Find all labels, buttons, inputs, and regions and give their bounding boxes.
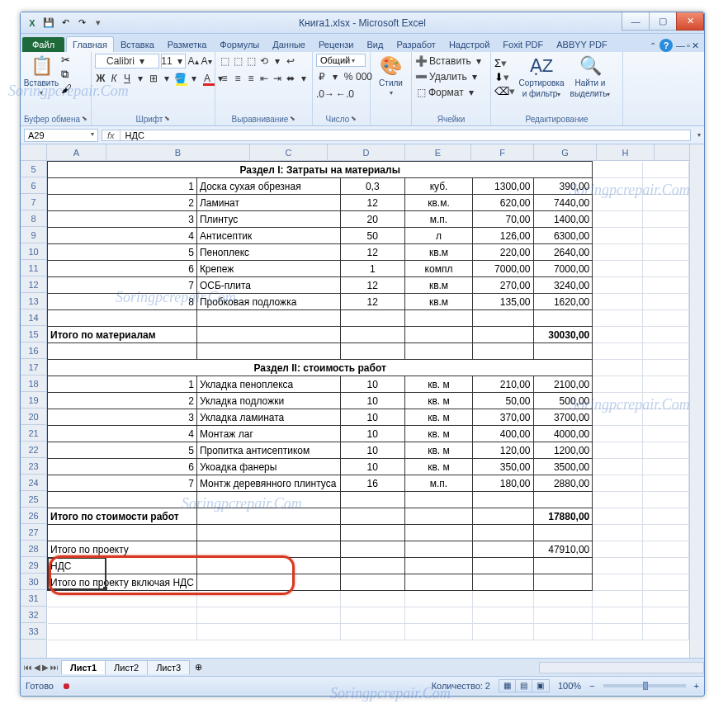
cell[interactable] <box>533 591 593 607</box>
cell[interactable] <box>340 541 404 558</box>
cell[interactable] <box>196 310 340 327</box>
spreadsheet-grid[interactable]: ABCDEFGH 5678910111213141516171819202122… <box>21 144 704 658</box>
last-sheet-icon[interactable]: ⏭ <box>50 663 59 672</box>
cell[interactable]: 20 <box>340 211 404 228</box>
cell[interactable]: кв. м <box>404 409 472 426</box>
cell[interactable]: 12 <box>340 294 404 310</box>
cell[interactable]: кв.м <box>404 294 472 310</box>
cell[interactable]: 50 <box>340 228 404 244</box>
paste-button[interactable]: 📋 Вставить▾ <box>24 54 59 98</box>
cell[interactable] <box>340 343 404 360</box>
cell[interactable]: 1620,00 <box>533 294 593 310</box>
tab-review[interactable]: Рецензи <box>312 36 361 52</box>
cell[interactable] <box>48 525 197 541</box>
cell[interactable] <box>593 591 643 607</box>
cell[interactable]: 126,00 <box>473 228 533 244</box>
wrap-text-icon[interactable]: ↩ <box>285 54 296 68</box>
cell[interactable]: Укладка пеноплекса <box>196 376 340 393</box>
cell[interactable] <box>196 492 340 508</box>
cell[interactable]: 1 <box>48 376 197 393</box>
cell[interactable] <box>340 591 404 607</box>
cell[interactable]: 7440,00 <box>533 195 593 211</box>
row-header[interactable]: 8 <box>21 210 46 227</box>
shrink-font-icon[interactable]: A▾ <box>201 54 212 68</box>
cell[interactable]: кв.м. <box>404 195 472 211</box>
cell[interactable]: 5 <box>48 244 197 261</box>
cell[interactable]: Монтаж лаг <box>196 426 340 442</box>
cell[interactable] <box>404 508 472 525</box>
cell[interactable] <box>473 591 533 607</box>
cell[interactable]: м.п. <box>404 475 472 492</box>
cell[interactable]: 270,00 <box>473 277 533 294</box>
doc-minimize-icon[interactable]: — <box>676 40 685 50</box>
doc-close-icon[interactable]: ✕ <box>692 40 699 51</box>
cell[interactable] <box>48 607 197 624</box>
help-icon[interactable]: ? <box>659 39 673 52</box>
cell[interactable] <box>340 624 404 640</box>
cell[interactable]: 7 <box>48 475 197 492</box>
cell[interactable]: 10 <box>340 459 404 475</box>
cell[interactable]: Пробковая подложка <box>196 294 340 310</box>
cell[interactable]: Итого по проекту включая НДС <box>48 574 197 591</box>
font-color-icon[interactable]: A <box>201 71 213 86</box>
cell[interactable]: 70,00 <box>473 211 533 228</box>
section-header[interactable]: Раздел I: Затраты на материалы <box>48 162 593 178</box>
minimize-ribbon-icon[interactable]: ⌃ <box>650 41 656 50</box>
cell[interactable] <box>196 525 340 541</box>
expand-formula-icon[interactable]: ▾ <box>694 131 704 139</box>
row-headers[interactable]: 5678910111213141516171819202122232425262… <box>21 161 47 658</box>
cell[interactable] <box>48 492 197 508</box>
row-header[interactable]: 15 <box>21 326 46 342</box>
row-header[interactable]: 11 <box>21 260 46 276</box>
align-center-icon[interactable]: ≡ <box>232 71 243 86</box>
cell[interactable]: 8 <box>48 294 197 310</box>
col-header-G[interactable]: G <box>534 144 597 161</box>
col-header-E[interactable]: E <box>405 144 471 161</box>
bold-icon[interactable]: Ж <box>95 71 106 86</box>
cell[interactable] <box>196 624 340 640</box>
cell[interactable] <box>196 327 340 343</box>
align-left-icon[interactable]: ≡ <box>219 71 230 86</box>
minimize-button[interactable]: — <box>622 12 650 31</box>
formula-input[interactable]: НДС <box>121 130 149 140</box>
row-header[interactable]: 12 <box>21 276 46 293</box>
cell[interactable] <box>340 492 404 508</box>
increase-decimal-icon[interactable]: .0→ <box>316 87 334 102</box>
row-header[interactable]: 16 <box>21 342 46 359</box>
row-header[interactable]: 5 <box>21 161 46 177</box>
styles-button[interactable]: 🎨 Стили▾ <box>374 54 408 98</box>
cell[interactable]: 6300,00 <box>533 228 593 244</box>
cell[interactable]: 120,00 <box>473 442 533 459</box>
tab-insert[interactable]: Вставка <box>114 36 161 52</box>
cell[interactable] <box>533 558 593 574</box>
row-header[interactable]: 10 <box>21 243 46 260</box>
cell[interactable]: 370,00 <box>473 409 533 426</box>
row-header[interactable]: 23 <box>21 458 46 475</box>
cell[interactable]: Итого по стоимости работ <box>48 508 197 525</box>
qat-dropdown-icon[interactable]: ▾ <box>92 17 105 30</box>
cell[interactable]: 3 <box>48 211 197 228</box>
cell[interactable] <box>473 343 533 360</box>
zoom-slider[interactable] <box>603 684 686 687</box>
cell[interactable]: 10 <box>340 442 404 459</box>
name-box[interactable]: A29▾ <box>24 129 98 142</box>
column-headers[interactable]: ABCDEFGH <box>47 144 689 161</box>
cell[interactable]: кв. м <box>404 426 472 442</box>
cell[interactable]: 4 <box>48 426 197 442</box>
row-header[interactable]: 32 <box>21 607 46 623</box>
row-header[interactable]: 20 <box>21 409 46 425</box>
cell[interactable]: 6 <box>48 459 197 475</box>
autosum-icon[interactable]: Σ▾ <box>494 57 515 69</box>
row-header[interactable]: 6 <box>21 177 46 194</box>
merge-icon[interactable]: ⬌ <box>285 71 296 86</box>
tab-foxit[interactable]: Foxit PDF <box>496 36 550 52</box>
format-cells-button[interactable]: ⬚Формат▾ <box>415 85 477 100</box>
cell[interactable]: Укладка ламината <box>196 409 340 426</box>
cell[interactable] <box>404 541 472 558</box>
cell[interactable] <box>404 492 472 508</box>
cell[interactable] <box>533 492 593 508</box>
cell[interactable]: 4 <box>48 228 197 244</box>
cell[interactable]: 17880,00 <box>533 508 593 525</box>
cell[interactable]: кв. м <box>404 442 472 459</box>
tab-layout[interactable]: Разметка <box>161 36 214 52</box>
